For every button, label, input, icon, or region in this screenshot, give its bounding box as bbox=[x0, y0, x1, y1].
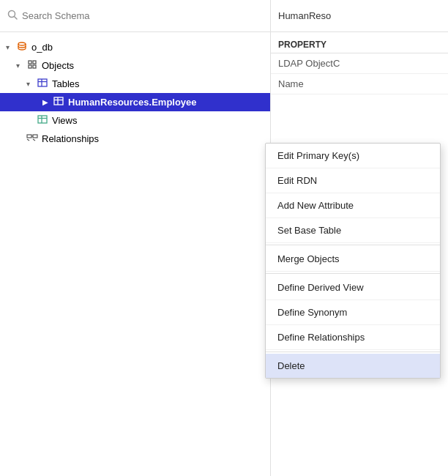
property-header: PROPERTY bbox=[271, 32, 448, 53]
rel-icon bbox=[26, 132, 38, 146]
chevron-icon: ▶ bbox=[42, 98, 53, 106]
tree-item-objects[interactable]: ▾ Objects bbox=[0, 56, 270, 75]
context-menu-separator-2 bbox=[266, 273, 440, 274]
context-menu: Edit Primary Key(s) Edit RDN Add New Att… bbox=[265, 143, 441, 379]
tree: ▾ o_db ▾ Objects bbox=[0, 32, 270, 154]
left-panel: ▾ o_db ▾ Objects bbox=[0, 0, 271, 476]
context-menu-separator-1 bbox=[266, 245, 440, 245]
tree-label-o_db: o_db bbox=[31, 42, 53, 53]
search-icon bbox=[7, 10, 18, 22]
context-menu-item-set-base[interactable]: Set Base Table bbox=[266, 218, 440, 243]
svg-line-19 bbox=[27, 139, 29, 141]
context-menu-item-edit-rdn[interactable]: Edit RDN bbox=[266, 168, 440, 193]
svg-rect-6 bbox=[33, 65, 36, 68]
chevron-icon: ▾ bbox=[16, 62, 26, 70]
context-menu-item-define-derived[interactable]: Define Derived View bbox=[266, 275, 440, 300]
svg-rect-17 bbox=[33, 135, 37, 138]
tree-label-relationships: Relationships bbox=[42, 133, 99, 144]
svg-rect-10 bbox=[54, 97, 63, 105]
search-bar bbox=[0, 0, 270, 32]
context-menu-item-define-synonym[interactable]: Define Synonym bbox=[266, 300, 440, 325]
context-menu-separator-3 bbox=[266, 352, 440, 352]
svg-rect-4 bbox=[33, 61, 36, 64]
tree-item-o_db[interactable]: ▾ o_db bbox=[0, 38, 270, 56]
chevron-icon: ▾ bbox=[6, 43, 16, 51]
right-panel-header: HumanReso bbox=[271, 0, 448, 32]
tree-item-views[interactable]: Views bbox=[0, 111, 270, 130]
svg-rect-16 bbox=[27, 135, 31, 138]
svg-rect-5 bbox=[29, 65, 31, 68]
svg-rect-13 bbox=[38, 116, 47, 123]
svg-rect-7 bbox=[38, 79, 47, 86]
context-menu-item-merge-obj[interactable]: Merge Objects bbox=[266, 247, 440, 272]
table-selected-icon bbox=[53, 95, 64, 109]
svg-rect-3 bbox=[29, 61, 31, 64]
tree-item-hr-employee[interactable]: ▶ HumanResources.Employee bbox=[0, 93, 270, 111]
db-icon bbox=[16, 40, 28, 54]
context-menu-item-define-rel[interactable]: Define Relationships bbox=[266, 325, 440, 350]
context-menu-item-add-attr[interactable]: Add New Attribute bbox=[266, 193, 440, 218]
tree-label-objects: Objects bbox=[42, 60, 74, 71]
property-row-2: Name bbox=[271, 74, 448, 94]
context-menu-item-edit-pk[interactable]: Edit Primary Key(s) bbox=[266, 144, 440, 168]
svg-point-2 bbox=[18, 42, 26, 45]
table-icon bbox=[37, 77, 48, 91]
svg-line-1 bbox=[15, 17, 18, 20]
objects-icon bbox=[26, 59, 38, 72]
search-input[interactable] bbox=[22, 10, 263, 21]
tree-label-views: Views bbox=[52, 115, 77, 126]
tree-item-relationships[interactable]: Relationships bbox=[0, 130, 270, 148]
tree-label-tables: Tables bbox=[52, 78, 80, 89]
view-icon bbox=[37, 114, 48, 127]
tree-item-tables[interactable]: ▾ Tables bbox=[0, 75, 270, 93]
property-row-1: LDAP ObjectC bbox=[271, 53, 448, 74]
context-menu-item-delete[interactable]: Delete bbox=[266, 354, 440, 378]
tree-label-hr-employee: HumanResources.Employee bbox=[68, 97, 197, 108]
svg-line-20 bbox=[33, 139, 35, 141]
chevron-icon: ▾ bbox=[26, 80, 37, 88]
right-panel-title: HumanReso bbox=[278, 10, 331, 21]
